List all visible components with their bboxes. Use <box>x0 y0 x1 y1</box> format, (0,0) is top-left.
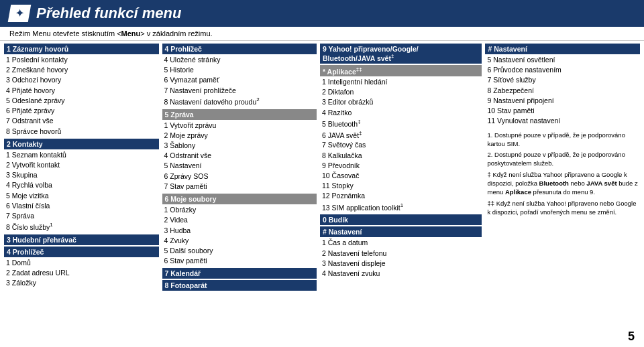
section-zaznamy: 1 Záznamy hovorů 1 Poslední kontakty 2 Z… <box>4 44 159 137</box>
list-item: 3 Šablony <box>164 141 315 151</box>
section-kalendar: 7 Kalendář <box>162 268 317 279</box>
sub-header-text: Režim Menu otevřete stisknutím <Menu> v … <box>9 29 213 38</box>
section-zprava-header: 5 Zpráva <box>162 109 317 120</box>
list-item: 5 Odeslané zprávy <box>6 96 157 106</box>
list-item: 8 Nastavení datového proudu2 <box>164 96 315 107</box>
list-item: 9 Převodník <box>322 161 480 171</box>
list-item: 13 SIM application toolkit1 <box>322 202 480 213</box>
list-item: 4 Razítko <box>322 108 480 118</box>
list-item: 7 Světový čas <box>322 140 480 150</box>
list-item: 2 Videa <box>164 215 315 225</box>
list-item: 1 Seznam kontaktů <box>6 150 157 160</box>
list-item: 5 Nastavení <box>164 161 315 171</box>
list-item: 2 Vytvořit kontakt <box>6 160 157 170</box>
list-item: 3 Skupina <box>6 170 157 180</box>
list-item: 7 Nastavení prohlížeče <box>164 86 315 96</box>
list-item: 12 Poznámka <box>322 191 480 201</box>
notes-block: 1. Dostupné pouze v případě, že je podpo… <box>485 129 640 219</box>
section-budik-header: 0 Budík <box>320 214 482 225</box>
list-item: 2 Nastavení telefonu <box>322 249 480 259</box>
section-prohlizec2-header: 4 Prohlížeč <box>162 44 317 54</box>
list-item: 3 Odchozí hovory <box>6 75 157 85</box>
section-nastaveni-col3-list: 1 Čas a datum 2 Nastavení telefonu 3 Nas… <box>320 237 482 279</box>
column-2: 4 Prohlížeč 4 Uložené stránky 5 Historie… <box>162 44 317 344</box>
list-item: 7 Správa <box>6 211 157 221</box>
header-title: Přehled funkcí menu <box>36 5 181 22</box>
section-prohlizec1-header: 4 Prohlížeč <box>4 247 159 257</box>
list-item: 2 Zadat adresu URL <box>6 268 157 278</box>
section-budik: 0 Budík <box>320 214 482 225</box>
list-item: 1 Poslední kontakty <box>6 55 157 65</box>
list-item: 6 Vymazat paměť <box>164 75 315 85</box>
section-aplikace-list: 1 Inteligentní hledání 2 Diktafon 3 Edit… <box>320 76 482 213</box>
list-item: 10 Časovač <box>322 171 480 181</box>
list-item: 3 Záložky <box>6 278 157 288</box>
list-item: 4 Zvuky <box>164 236 315 246</box>
list-item: 3 Editor obrázků <box>322 97 480 107</box>
list-item: 11 Vynulovat nastavení <box>487 116 638 126</box>
list-item: 6 Přijaté zprávy <box>6 106 157 116</box>
list-item: 6 Stav paměti <box>164 256 315 266</box>
column-4: # Nastavení 5 Nastavení osvětlení 6 Prův… <box>485 44 640 344</box>
column-1: 1 Záznamy hovorů 1 Poslední kontakty 2 Z… <box>4 44 159 344</box>
section-aplikace: * Aplikace‡‡ 1 Inteligentní hledání 2 Di… <box>320 65 482 214</box>
section-moje-soubory: 6 Moje soubory 1 Obrázky 2 Videa 3 Hudba… <box>162 194 317 267</box>
list-item: 11 Stopky <box>322 181 480 191</box>
list-item: 5 Bluetooth‡ <box>322 118 480 129</box>
list-item: 7 Stav paměti <box>164 182 315 192</box>
section-kontakty-list: 1 Seznam kontaktů 2 Vytvořit kontakt 3 S… <box>4 149 159 233</box>
section-prohlizec1: 4 Prohlížeč 1 Domů 2 Zadat adresu URL 3 … <box>4 247 159 289</box>
list-item: 5 Další soubory <box>164 246 315 256</box>
list-item: 1 Domů <box>6 258 157 268</box>
section-nastaveni-col3: # Nastavení 1 Čas a datum 2 Nastavení te… <box>320 226 482 279</box>
list-item: 5 Nastavení osvětlení <box>487 55 638 65</box>
note-dagger: ‡ Když není služba Yahoo! připraveno a G… <box>487 170 638 197</box>
content-area: 1 Záznamy hovorů 1 Poslední kontakty 2 Z… <box>0 41 644 346</box>
section-zaznamy-header: 1 Záznamy hovorů <box>4 44 159 54</box>
list-item: 1 Vytvořit zprávu <box>164 121 315 131</box>
list-item: 3 Nastavení displeje <box>322 259 480 269</box>
list-item: 2 Zmeškané hovory <box>6 65 157 75</box>
section-nastaveni-main: # Nastavení 5 Nastavení osvětlení 6 Prův… <box>485 44 640 127</box>
section-hudebni-header: 3 Hudební přehrávač <box>4 234 159 245</box>
list-item: 9 Nastavení připojení <box>487 96 638 106</box>
section-fotoaparat-header: 8 Fotoaparát <box>162 280 317 291</box>
section-nastaveni-main-list: 5 Nastavení osvětlení 6 Průvodce nastave… <box>485 54 640 127</box>
list-item: 3 Hudba <box>164 226 315 236</box>
page-number: 5 <box>485 330 640 344</box>
list-item: 5 Moje vizitka <box>6 191 157 201</box>
section-moje-soubory-list: 1 Obrázky 2 Videa 3 Hudba 4 Zvuky 5 Dalš… <box>162 204 317 267</box>
section-nastaveni-main-header: # Nastavení <box>485 44 640 54</box>
section-kontakty-header: 2 Kontakty <box>4 139 159 149</box>
list-item: 5 Historie <box>164 65 315 75</box>
list-item: 8 Číslo služby1 <box>6 221 157 232</box>
section-prohlizec2: 4 Prohlížeč 4 Uložené stránky 5 Historie… <box>162 44 317 108</box>
list-item: 4 Nastavení zvuku <box>322 269 480 279</box>
list-item: 6 Vlastní čísla <box>6 201 157 211</box>
list-item: 2 Diktafon <box>322 87 480 97</box>
list-item: 4 Přijaté hovory <box>6 86 157 96</box>
section-yahoo-header: 9 Yahoo! připraveno/Google/Bluetooth/JAV… <box>320 44 482 64</box>
list-item: 1 Obrázky <box>164 205 315 215</box>
section-zprava: 5 Zpráva 1 Vytvořit zprávu 2 Moje zprávy… <box>162 109 317 193</box>
section-zaznamy-list: 1 Poslední kontakty 2 Zmeškané hovory 3 … <box>4 54 159 137</box>
list-item: 6 Zprávy SOS <box>164 171 315 182</box>
note-2: 2. Dostupné pouze v případě, že je podpo… <box>487 150 638 168</box>
note-double-dagger: ‡‡ Když není služba Yahoo! připraveno ne… <box>487 199 638 217</box>
list-item: 2 Moje zprávy <box>164 131 315 141</box>
sub-header: Režim Menu otevřete stisknutím <Menu> v … <box>0 27 644 41</box>
list-item: 8 Zabezpečení <box>487 86 638 96</box>
section-fotoaparat: 8 Fotoaparát <box>162 280 317 291</box>
header: ✦ Přehled funkcí menu <box>0 0 644 27</box>
section-yahoo: 9 Yahoo! připraveno/Google/Bluetooth/JAV… <box>320 44 482 64</box>
section-moje-soubory-header: 6 Moje soubory <box>162 194 317 204</box>
list-item: 4 Odstranit vše <box>164 151 315 161</box>
list-item: 4 Uložené stránky <box>164 55 315 65</box>
list-item: 7 Odstranit vše <box>6 116 157 126</box>
header-icon: ✦ <box>8 5 32 22</box>
note-1: 1. Dostupné pouze v případě, že je podpo… <box>487 131 638 149</box>
section-kalendar-header: 7 Kalendář <box>162 268 317 279</box>
section-hudebni: 3 Hudební přehrávač <box>4 234 159 245</box>
list-item: 4 Rychlá volba <box>6 180 157 190</box>
list-item: 10 Stav paměti <box>487 106 638 116</box>
